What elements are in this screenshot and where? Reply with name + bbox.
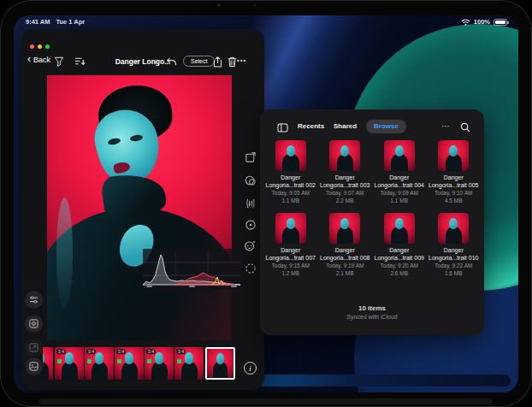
filmstrip-thumb-selected[interactable] (205, 347, 235, 380)
retouch-icon[interactable] (243, 239, 257, 253)
sidebar-toggle-icon[interactable] (275, 121, 289, 134)
file-name: Danger (318, 246, 373, 254)
aspect-ratio-badge: 3:4 (56, 349, 66, 354)
edited-indicator (87, 359, 92, 363)
edited-indicator (177, 359, 181, 363)
share-icon[interactable] (210, 55, 224, 68)
undo-icon[interactable] (164, 55, 178, 68)
aspect-ratio-badge: 3:4 (86, 349, 96, 354)
ipad-device: 9:41 AM Tue 1 Apr 100% ‹ Back (0, 0, 532, 407)
file-item[interactable]: Danger Longoria...trait 005 Today, 9:10 … (427, 140, 482, 204)
chevron-left-icon: ‹ (27, 56, 31, 63)
status-bar-right: 100% (461, 18, 507, 26)
vignette-icon[interactable] (243, 217, 257, 232)
files-footer: 10 items Synced with iCloud (260, 304, 484, 320)
status-date: Tue 1 Apr (56, 18, 85, 26)
adjustments-icon[interactable] (25, 291, 43, 309)
file-size: 1.1 MB (263, 197, 318, 204)
gear-box-icon[interactable] (25, 315, 43, 333)
battery-percent: 100% (474, 18, 490, 26)
file-thumbnail (329, 140, 360, 171)
filter-funnel-icon[interactable] (52, 55, 66, 68)
tune-icon[interactable] (243, 196, 257, 210)
window-controls (30, 44, 50, 49)
edited-indicator (117, 359, 121, 363)
close-window-button[interactable] (30, 44, 34, 49)
file-name: Danger (372, 174, 427, 181)
histogram-panel (143, 249, 240, 290)
file-thumbnail (275, 213, 306, 244)
crop-icon[interactable] (243, 150, 257, 164)
edited-indicator (57, 359, 62, 363)
histogram-tick-right (231, 286, 237, 287)
front-camera-dot (217, 3, 221, 7)
file-name: Danger (427, 174, 482, 181)
histogram-chart (143, 249, 240, 290)
more-options-button[interactable]: ••• (237, 56, 246, 64)
search-icon[interactable] (458, 121, 472, 134)
thumb-art (207, 349, 233, 378)
file-item[interactable]: Danger Longoria...trait 009 Today, 9:20 … (372, 213, 427, 277)
photo-rim-light (56, 198, 73, 309)
wifi-icon (461, 19, 470, 26)
file-name: Danger (427, 246, 482, 254)
filmstrip-thumb[interactable]: 3:4 (85, 347, 114, 380)
device-base (39, 398, 493, 404)
photo-editor-window: ‹ Back Danger Longo... Select (21, 29, 264, 390)
tab-shared[interactable]: Shared (334, 122, 357, 130)
file-time: Today, 9:22 AM (427, 262, 482, 269)
mask-icon[interactable] (243, 261, 257, 275)
filmstrip-thumb[interactable]: 3:4 (55, 347, 84, 380)
filmstrip: 3:4 3:4 3:4 3:4 (21, 347, 264, 380)
file-item[interactable]: Danger Longoria...trait 003 Today, 9:07 … (318, 140, 373, 204)
aspect-ratio-badge: 3:4 (116, 349, 126, 354)
file-item[interactable]: Danger Longoria...trait 004 Today, 9:09 … (372, 140, 427, 204)
filmstrip-thumb[interactable]: 3:4 (115, 347, 144, 380)
file-item[interactable]: Danger Longoria...trait 010 Today, 9:22 … (427, 213, 482, 277)
file-size: 2.6 MB (372, 269, 427, 277)
file-name: Danger (372, 246, 427, 254)
tab-recents[interactable]: Recents (298, 122, 324, 130)
file-name: Danger (263, 246, 318, 254)
editor-toolbar: ‹ Back Danger Longo... Select (21, 53, 264, 72)
edited-indicator (147, 359, 151, 363)
battery-icon (494, 19, 507, 26)
files-header: Recents Shared Browse ⋯ (260, 118, 484, 139)
file-time: Today, 9:10 AM (427, 189, 482, 197)
tab-browse[interactable]: Browse (366, 120, 406, 133)
zoom-window-button[interactable] (45, 44, 50, 49)
thumb-art (43, 347, 53, 380)
back-label: Back (33, 56, 50, 64)
front-sensor-dot (253, 3, 257, 7)
files-grid: Danger Longoria...trait 002 Today, 9:05 … (263, 140, 481, 277)
status-bar-left: 9:41 AM Tue 1 Apr (26, 18, 85, 26)
filters-icon[interactable] (243, 173, 257, 187)
file-time: Today, 9:20 AM (372, 262, 427, 269)
histogram-tick-left (146, 286, 152, 287)
filmstrip-thumb[interactable]: 3:4 (145, 347, 174, 380)
minimize-window-button[interactable] (38, 44, 42, 49)
back-button[interactable]: ‹ Back (27, 56, 50, 64)
file-thumbnail (329, 213, 360, 244)
filmstrip-thumb[interactable]: 3:4 (174, 347, 204, 380)
files-more-button[interactable]: ⋯ (441, 121, 451, 131)
file-time: Today, 9:19 AM (318, 262, 373, 269)
file-size: 2.2 MB (318, 197, 373, 204)
file-size: 2.1 MB (318, 269, 373, 277)
file-item[interactable]: Danger Longoria...trait 008 Today, 9:19 … (318, 213, 373, 277)
status-time: 9:41 AM (26, 18, 50, 26)
file-size: 4.5 MB (427, 197, 482, 204)
file-thumbnail (384, 213, 415, 244)
files-browser-window: Recents Shared Browse ⋯ Danger Longoria.… (260, 109, 484, 335)
file-thumbnail (438, 140, 469, 171)
file-thumbnail (275, 140, 306, 171)
file-time: Today, 9:05 AM (263, 189, 318, 197)
file-size: 1.2 MB (263, 269, 318, 277)
screen: 9:41 AM Tue 1 Apr 100% ‹ Back (14, 15, 518, 392)
photo-canvas (47, 75, 232, 340)
file-name: Danger (318, 174, 373, 181)
file-item[interactable]: Danger Longoria...trait 002 Today, 9:05 … (263, 140, 318, 204)
filmstrip-thumb[interactable] (43, 347, 53, 380)
file-item[interactable]: Danger Longoria...trait 007 Today, 9:15 … (263, 213, 318, 277)
file-time: Today, 9:09 AM (372, 189, 427, 197)
